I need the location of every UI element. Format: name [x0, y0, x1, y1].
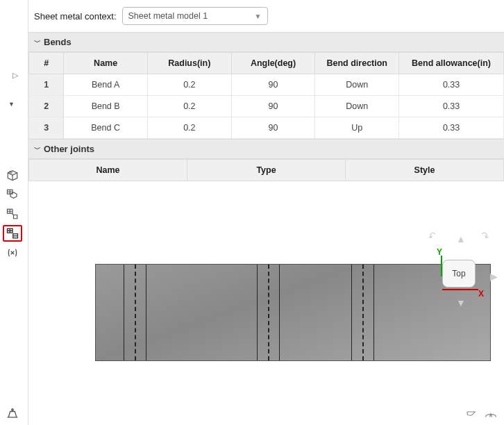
orbit-up-icon[interactable]: ▲	[456, 233, 466, 244]
joints-table: Name Type Style	[28, 159, 504, 181]
flat-view-icon[interactable]	[3, 206, 22, 222]
bend-centerline	[268, 265, 269, 360]
viewport-status-icons	[465, 409, 497, 421]
left-tool-rail: ▷ ▼	[0, 0, 28, 425]
col-joint-name[interactable]: Name	[29, 160, 187, 181]
table-row[interactable]: 3 Bend C 0.2 90 Up 0.33	[29, 117, 504, 139]
view-cube[interactable]: ↶ ↷ ▲ ▼ ▶ Y Top X	[424, 229, 494, 312]
sheet-metal-context-dropdown[interactable]: Sheet metal model 1 ▼	[122, 7, 268, 25]
view-cube-face-label: Top	[452, 269, 465, 278]
bends-header-row: # Name Radius(in) Angle(deg) Bend direct…	[29, 53, 504, 74]
chevron-down-icon: ﹀	[34, 144, 41, 154]
col-joint-type[interactable]: Type	[187, 160, 346, 181]
bend-edge	[279, 265, 280, 360]
col-radius[interactable]: Radius(in)	[147, 53, 231, 74]
bend-edge	[146, 265, 146, 360]
sheet-metal-table-icon[interactable]	[3, 225, 22, 242]
orbit-down-icon[interactable]: ▼	[456, 297, 466, 308]
cell-allowance: 0.33	[399, 117, 504, 139]
context-label: Sheet metal context:	[34, 11, 117, 22]
cell-angle: 90	[231, 74, 315, 96]
col-direction[interactable]: Bend direction	[315, 53, 399, 74]
axis-x-line	[442, 289, 478, 290]
dropdown-selected-value: Sheet metal model 1	[128, 11, 208, 21]
chevron-down-icon: ﹀	[34, 38, 41, 47]
view-cube-face[interactable]: Top	[442, 260, 476, 288]
parts-list-icon[interactable]	[3, 167, 22, 183]
bends-title: Bends	[44, 37, 72, 47]
table-row[interactable]: 2 Bend B 0.2 90 Down 0.33	[29, 96, 504, 117]
col-angle[interactable]: Angle(deg)	[231, 53, 315, 74]
col-allowance[interactable]: Bend allowance(in)	[399, 53, 504, 74]
col-num[interactable]: #	[29, 53, 64, 74]
context-row: Sheet metal context: Sheet metal model 1…	[28, 0, 504, 32]
cell-direction: Up	[315, 117, 399, 139]
axis-x-label: X	[478, 289, 484, 299]
bend-edge	[124, 265, 124, 360]
joints-header-row: Name Type Style	[29, 160, 504, 181]
cell-allowance: 0.33	[399, 74, 504, 96]
graphics-viewport[interactable]: ↶ ↷ ▲ ▼ ▶ Y Top X	[60, 215, 504, 425]
cell-radius: 0.2	[147, 74, 231, 96]
precision-icon[interactable]	[485, 409, 497, 421]
cell-name: Bend C	[64, 117, 148, 139]
cell-angle: 90	[231, 96, 315, 117]
main-panel: Sheet metal context: Sheet metal model 1…	[28, 0, 504, 425]
bend-edge	[373, 265, 374, 360]
rotate-cw-icon[interactable]: ↷	[479, 229, 492, 243]
cell-name: Bend B	[64, 96, 148, 117]
config-table-icon[interactable]	[3, 186, 22, 203]
table-row[interactable]: 1 Bend A 0.2 90 Down 0.33	[29, 74, 504, 96]
bend-centerline	[362, 265, 364, 360]
mass-props-icon[interactable]	[6, 408, 19, 421]
cell-allowance: 0.33	[399, 96, 504, 117]
col-joint-style[interactable]: Style	[346, 160, 504, 181]
cell-num: 3	[29, 117, 64, 139]
variables-icon[interactable]	[3, 244, 22, 261]
cell-num: 2	[29, 96, 64, 117]
cell-direction: Down	[315, 74, 399, 96]
units-icon[interactable]	[465, 409, 478, 421]
joints-title: Other joints	[44, 144, 94, 154]
cell-direction: Down	[315, 96, 399, 117]
cell-angle: 90	[231, 117, 315, 139]
bend-centerline	[135, 265, 136, 360]
bends-section-header[interactable]: ﹀ Bends	[28, 32, 504, 52]
bend-edge	[351, 265, 352, 360]
col-name[interactable]: Name	[64, 53, 148, 74]
orbit-right-icon[interactable]: ▶	[490, 271, 498, 282]
joints-section-header[interactable]: ﹀ Other joints	[28, 139, 504, 159]
bends-table: # Name Radius(in) Angle(deg) Bend direct…	[28, 52, 504, 139]
chevron-down-icon: ▼	[255, 12, 262, 20]
rotate-ccw-icon[interactable]: ↶	[426, 229, 439, 243]
panel-expand-toggle[interactable]: ▷	[10, 69, 21, 81]
cell-radius: 0.2	[147, 117, 231, 139]
cell-num: 1	[29, 74, 64, 96]
cell-radius: 0.2	[147, 96, 231, 117]
cell-name: Bend A	[64, 74, 148, 96]
bend-edge	[257, 265, 258, 360]
panel-collapse-caret[interactable]: ▼	[8, 101, 15, 108]
